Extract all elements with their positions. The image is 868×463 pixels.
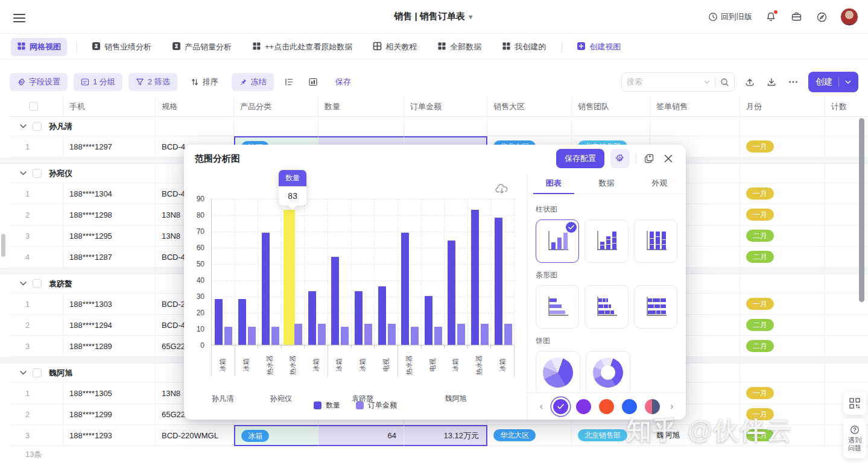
qr-code-button[interactable]: [843, 392, 866, 415]
statistics-button[interactable]: [304, 73, 322, 91]
view-tab-6[interactable]: 全部数据: [431, 38, 487, 56]
view-tab-2[interactable]: 销售业绩分析: [86, 38, 157, 56]
group-cell: 袁跻螯: [10, 274, 156, 294]
view-tab-7[interactable]: 我创建的: [496, 38, 552, 56]
group-collapse-chevron-icon[interactable]: [18, 368, 28, 378]
export-download-icon[interactable]: [765, 75, 778, 89]
create-view-button[interactable]: 创建视图: [571, 38, 627, 56]
view-tab-5[interactable]: 相关教程: [367, 38, 423, 56]
group-cell: 魏阿旭: [10, 364, 156, 383]
column-header-spec[interactable]: 规格: [156, 96, 234, 117]
funnel-icon: [136, 78, 144, 86]
view-tab-3[interactable]: 产品销量分析: [166, 38, 238, 56]
import-upload-icon[interactable]: [743, 75, 756, 89]
download-chart-icon[interactable]: [495, 183, 508, 195]
donut-chart-option[interactable]: [586, 351, 630, 392]
bar-chart-percent-option[interactable]: [634, 285, 677, 329]
group-checkbox[interactable]: [33, 169, 42, 178]
bar-chart-stacked-option[interactable]: [584, 285, 628, 329]
close-icon[interactable]: [662, 152, 675, 165]
column-header-team[interactable]: 销售团队: [572, 96, 650, 117]
column-header-category[interactable]: 产品分类: [234, 96, 318, 117]
freeze-button[interactable]: 冻结: [232, 73, 274, 91]
spec-value: 13N8: [162, 210, 180, 219]
user-avatar[interactable]: [840, 8, 858, 26]
group-checkbox[interactable]: [33, 368, 42, 377]
month-pill: 一月: [746, 298, 774, 310]
column-header-label: 签单销售: [656, 101, 688, 112]
color-palette: ‹›: [527, 392, 686, 420]
row-height-button[interactable]: [280, 73, 298, 91]
cell-month: 一月: [740, 383, 825, 404]
x-axis-tick: [351, 345, 352, 348]
x-category-label: 电视: [428, 348, 437, 382]
gridline: [444, 199, 445, 345]
column-header-qty[interactable]: 数量: [318, 96, 404, 117]
more-options-icon[interactable]: [787, 75, 800, 89]
cell-month: 一月: [740, 404, 825, 425]
theme-color-swatch[interactable]: [599, 399, 614, 414]
search-input[interactable]: 搜索: [621, 72, 735, 92]
group-button[interactable]: 1 分组: [74, 73, 122, 91]
chevron-down-icon[interactable]: [704, 80, 710, 84]
column-chart-stacked-option[interactable]: [584, 219, 628, 263]
pie-chart-option[interactable]: [536, 351, 580, 392]
filter-button[interactable]: 2 筛选: [128, 73, 177, 91]
theme-color-swatch[interactable]: [553, 399, 568, 414]
group-header-row[interactable]: 孙凡清: [10, 117, 868, 136]
x-category-label: 冰箱: [451, 348, 460, 382]
column-header-signer[interactable]: 签单销售: [650, 96, 740, 117]
group-checkbox[interactable]: [33, 279, 42, 288]
view-tab-1[interactable]: 网格视图: [11, 38, 67, 56]
column-header-region[interactable]: 销售大区: [487, 96, 572, 117]
theme-color-swatch[interactable]: [576, 399, 591, 414]
save-view-button[interactable]: 保存: [328, 73, 358, 91]
cell-region: 华北大区: [487, 425, 572, 446]
palette-prev-icon[interactable]: ‹: [537, 401, 545, 412]
bar-chart-basic-option[interactable]: [536, 285, 579, 329]
workbench-briefcase-icon[interactable]: [790, 10, 803, 24]
panel-tab-2[interactable]: 数据: [580, 172, 633, 194]
group-collapse-chevron-icon[interactable]: [18, 122, 28, 131]
duplicate-chart-icon[interactable]: [642, 152, 656, 165]
cell-num: 1: [10, 383, 63, 404]
sort-button[interactable]: 排序: [183, 73, 226, 91]
notifications-bell-icon[interactable]: [764, 10, 778, 24]
group-collapse-chevron-icon[interactable]: [18, 169, 28, 178]
back-to-old-version-button[interactable]: 回到旧版: [708, 11, 752, 22]
search-icon[interactable]: [720, 78, 729, 87]
column-header-month[interactable]: 月份: [740, 96, 825, 117]
help-feedback-button[interactable]: 遇到问题: [843, 418, 866, 458]
palette-next-icon[interactable]: ›: [668, 401, 676, 412]
panel-tab-1[interactable]: 图表: [527, 172, 580, 194]
field-settings-button[interactable]: 字段设置: [10, 73, 68, 91]
column-chart-percent-option[interactable]: [634, 219, 677, 263]
column-header-num[interactable]: [10, 96, 63, 117]
grid-view-icon: [437, 42, 446, 52]
group-collapse-chevron-icon[interactable]: [18, 279, 28, 289]
panel-tab-3[interactable]: 外观: [633, 172, 686, 194]
cell-phone: 188****1303: [63, 294, 156, 315]
column-chart-basic-option[interactable]: [536, 219, 579, 263]
save-config-button[interactable]: 保存配置: [556, 149, 604, 168]
create-record-button[interactable]: 创建: [808, 72, 858, 92]
left-mini-scrollbar[interactable]: [1, 234, 5, 257]
grid-view-icon: [252, 42, 261, 52]
select-all-checkbox[interactable]: [29, 102, 38, 111]
chart-settings-button[interactable]: [610, 149, 630, 168]
group-checkbox[interactable]: [33, 122, 42, 131]
column-header-count[interactable]: 计数: [825, 96, 868, 117]
x-axis-tick: [304, 345, 305, 348]
table-row[interactable]: 3188****1293BCD-220WMGL冰箱6413.12万元华北大区北京…: [10, 425, 868, 446]
group-name: 孙宛仪: [49, 168, 72, 179]
vertical-scrollbar[interactable]: [859, 118, 864, 302]
column-header-amount[interactable]: 订单金额: [404, 96, 487, 117]
column-chart-percent-icon: [642, 228, 670, 254]
theme-color-swatch[interactable]: [622, 399, 637, 414]
view-tab-4[interactable]: ++点击此处查看原始数据: [246, 38, 358, 56]
theme-color-swatch[interactable]: [645, 399, 660, 414]
discover-compass-icon[interactable]: [815, 10, 828, 24]
cell-signer: 魏阿旭: [650, 425, 740, 446]
x-category-label: 热水器: [265, 348, 274, 382]
column-header-phone[interactable]: 手机: [63, 96, 156, 117]
